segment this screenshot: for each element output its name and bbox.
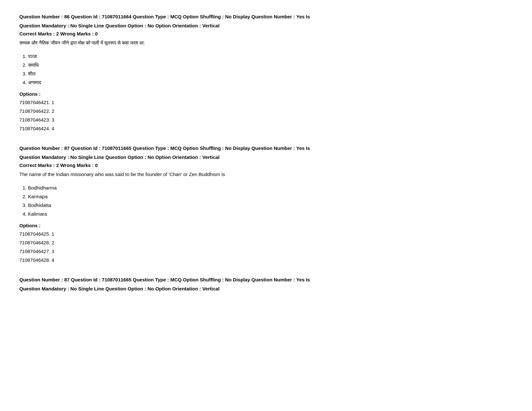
option-id-87a-1: 71087046425. 1	[19, 230, 513, 238]
question-text-87a: The name of the Indian missionary who wa…	[19, 171, 513, 178]
question-meta-87a-line2: Question Mandatory : No Single Line Ques…	[19, 153, 513, 161]
question-meta-86-line1: Question Number : 86 Question Id : 71087…	[19, 13, 513, 21]
option-id-87a-4: 71087046428. 4	[19, 256, 513, 264]
marks-87a: Correct Marks : 2 Wrong Marks : 0	[19, 162, 513, 168]
option-86-2: 2. समाधि	[23, 61, 513, 69]
option-id-86-3: 71087046423. 3	[19, 115, 513, 124]
option-id-87a-2: 71087046426. 2	[19, 238, 513, 247]
option-ids-86: 71087046421. 1 71087046422. 2 7108704642…	[19, 98, 513, 133]
question-text-86: सम्यक और नैतिक जीवन जीने द्वारा मोक्ष को…	[19, 39, 513, 47]
question-meta-87b-line2: Question Mandatory : No Single Line Ques…	[19, 285, 513, 293]
option-87a-2: 2. Karmapa	[23, 192, 513, 201]
options-list-87a: 1. Bodhidharma 2. Karmapa 3. Bodhidatta …	[19, 183, 513, 218]
option-86-4: 4. अप्पमाद	[23, 78, 513, 87]
option-86-1: 1. पञ्ञा	[23, 52, 513, 61]
option-87a-3: 3. Bodhidatta	[23, 201, 513, 210]
question-meta-87b-line1: Question Number : 87 Question Id : 71087…	[19, 276, 513, 284]
question-meta-86-line2: Question Mandatory : No Single Line Ques…	[19, 22, 513, 30]
question-block-87b: Question Number : 87 Question Id : 71087…	[19, 276, 513, 293]
options-label-86: Options :	[19, 91, 513, 97]
options-list-86: 1. पञ्ञा 2. समाधि 3. शील 4. अप्पमाद	[19, 52, 513, 87]
option-id-87a-3: 71087046427. 3	[19, 247, 513, 256]
option-id-86-4: 71087046424. 4	[19, 124, 513, 133]
option-id-86-2: 71087046422. 2	[19, 107, 513, 115]
option-87a-4: 4. Kalimara	[23, 210, 513, 218]
marks-86: Correct Marks : 2 Wrong Marks : 0	[19, 31, 513, 36]
question-block-86: Question Number : 86 Question Id : 71087…	[19, 13, 513, 133]
option-ids-87a: 71087046425. 1 71087046426. 2 7108704642…	[19, 230, 513, 264]
option-87a-1: 1. Bodhidharma	[23, 183, 513, 192]
option-86-3: 3. शील	[23, 69, 513, 78]
question-meta-87a-line1: Question Number : 87 Question Id : 71087…	[19, 144, 513, 152]
question-block-87a: Question Number : 87 Question Id : 71087…	[19, 144, 513, 264]
options-label-87a: Options :	[19, 223, 513, 228]
page-content: Question Number : 86 Question Id : 71087…	[19, 13, 513, 293]
option-id-86-1: 71087046421. 1	[19, 98, 513, 107]
